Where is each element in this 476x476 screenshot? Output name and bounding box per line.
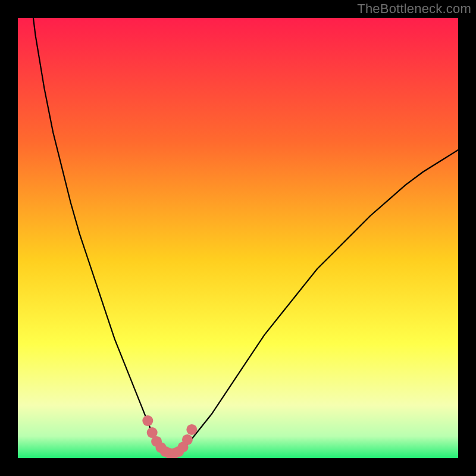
highlight-dot xyxy=(182,434,193,445)
outer-frame: TheBottleneck.com xyxy=(0,0,476,476)
watermark-text: TheBottleneck.com xyxy=(357,1,471,17)
highlight-dot xyxy=(142,415,153,426)
gradient-background xyxy=(18,18,458,458)
highlight-dot xyxy=(186,424,197,435)
chart-svg xyxy=(18,18,458,458)
plot-area xyxy=(18,18,458,458)
